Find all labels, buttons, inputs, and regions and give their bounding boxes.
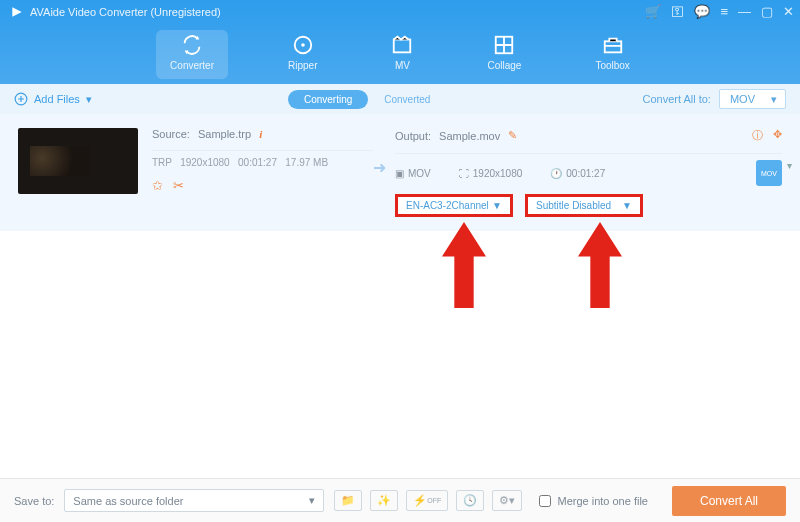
- merge-checkbox[interactable]: Merge into one file: [539, 495, 648, 507]
- chevron-down-icon: ▾: [309, 494, 315, 507]
- app-logo-icon: [10, 5, 24, 19]
- callout-arrow-icon: [442, 222, 486, 308]
- app-window: AVAide Video Converter (Unregistered) 🛒 …: [0, 0, 800, 522]
- clock-icon: 🕐: [550, 168, 562, 179]
- toolbox-icon: [602, 34, 624, 56]
- convert-all-format-select[interactable]: MOV: [719, 89, 786, 109]
- collage-icon: [493, 34, 515, 56]
- feedback-icon[interactable]: 💬: [694, 4, 710, 19]
- merge-label: Merge into one file: [557, 495, 648, 507]
- tab-collage[interactable]: Collage: [473, 30, 535, 79]
- info-icon[interactable]: i: [259, 128, 262, 140]
- titlebar: AVAide Video Converter (Unregistered) 🛒 …: [0, 0, 800, 84]
- svg-rect-4: [604, 41, 621, 52]
- convert-all-button[interactable]: Convert All: [672, 486, 786, 516]
- subbar: Add Files ▾ Converting Converted Convert…: [0, 84, 800, 114]
- mv-icon: [391, 34, 413, 56]
- arrow-divider-icon: ➜: [373, 128, 395, 217]
- tab-mv-label: MV: [395, 60, 410, 71]
- footer: Save to: Same as source folder▾ 📁 ✨ ⚡OFF…: [0, 478, 800, 522]
- tab-mv[interactable]: MV: [377, 30, 427, 79]
- info2-icon[interactable]: ⓘ: [752, 128, 763, 143]
- resolution-icon: ⛶: [459, 168, 469, 179]
- convert-all-to-label: Convert All to:: [642, 93, 710, 105]
- chevron-down-icon: ▾: [86, 93, 92, 106]
- svg-rect-2: [394, 40, 411, 53]
- annotation-arrows: [442, 222, 622, 308]
- saveto-label: Save to:: [14, 495, 54, 507]
- output-format-badge[interactable]: MOV: [756, 160, 782, 186]
- rename-icon[interactable]: ✎: [508, 129, 517, 142]
- key-icon[interactable]: ⚿: [671, 4, 684, 19]
- open-folder-button[interactable]: 📁: [334, 490, 362, 511]
- task-schedule-button[interactable]: 🕓: [456, 490, 484, 511]
- enhance-button[interactable]: ✨: [370, 490, 398, 511]
- hw-accel-button[interactable]: ⚡OFF: [406, 490, 448, 511]
- converter-icon: [181, 34, 203, 56]
- settings-button[interactable]: ⚙▾: [492, 490, 522, 511]
- tab-converter-label: Converter: [170, 60, 214, 71]
- output-column: Output: Sample.mov ✎ ⓘ ✥ ▣MOV ⛶1920x1080…: [395, 128, 782, 217]
- app-title: AVAide Video Converter (Unregistered): [30, 6, 221, 18]
- plus-circle-icon: [14, 92, 28, 106]
- menu-icon[interactable]: ≡: [720, 4, 728, 19]
- tab-toolbox-label: Toolbox: [595, 60, 629, 71]
- add-files-label: Add Files: [34, 93, 80, 105]
- window-controls: 🛒 ⚿ 💬 ≡ — ▢ ✕: [645, 4, 794, 19]
- output-meta: ▣MOV ⛶1920x1080 🕐00:01:27 MOV ▾: [395, 160, 782, 186]
- tab-converter[interactable]: Converter: [156, 30, 228, 79]
- edit-star-icon[interactable]: ✩: [152, 178, 163, 193]
- tab-ripper-label: Ripper: [288, 60, 317, 71]
- tab-toolbox[interactable]: Toolbox: [581, 30, 643, 79]
- compress-icon[interactable]: ✥: [773, 128, 782, 143]
- chevron-down-icon: ▼: [492, 200, 502, 211]
- nav-tabs: Converter Ripper MV Collage Toolbox: [0, 30, 800, 79]
- saveto-select[interactable]: Same as source folder▾: [64, 489, 324, 512]
- output-label: Output:: [395, 130, 431, 142]
- maximize-icon[interactable]: ▢: [761, 4, 773, 19]
- converted-tab[interactable]: Converted: [368, 90, 446, 109]
- close-icon[interactable]: ✕: [783, 4, 794, 19]
- source-column: Source: Sample.trp i TRP 1920x1080 00:01…: [138, 128, 373, 217]
- content-area: Source: Sample.trp i TRP 1920x1080 00:01…: [0, 114, 800, 478]
- source-label: Source:: [152, 128, 190, 140]
- film-icon: ▣: [395, 168, 404, 179]
- file-row: Source: Sample.trp i TRP 1920x1080 00:01…: [0, 114, 800, 231]
- svg-point-1: [301, 43, 305, 47]
- merge-checkbox-input[interactable]: [539, 495, 551, 507]
- audio-track-select[interactable]: EN-AC3-2Channel▼: [395, 194, 513, 217]
- video-thumbnail[interactable]: [18, 128, 138, 194]
- output-filename: Sample.mov: [439, 130, 500, 142]
- cut-icon[interactable]: ✂: [173, 178, 184, 193]
- chevron-down-icon[interactable]: ▾: [787, 160, 792, 171]
- tab-collage-label: Collage: [487, 60, 521, 71]
- tab-ripper[interactable]: Ripper: [274, 30, 331, 79]
- converting-tab[interactable]: Converting: [288, 90, 368, 109]
- chevron-down-icon: ▼: [622, 200, 632, 211]
- subtitle-select[interactable]: Subtitle Disabled▼: [525, 194, 643, 217]
- callout-arrow-icon: [578, 222, 622, 308]
- add-files-button[interactable]: Add Files ▾: [14, 92, 92, 106]
- source-filename: Sample.trp: [198, 128, 251, 140]
- ripper-icon: [292, 34, 314, 56]
- source-meta: TRP 1920x1080 00:01:27 17.97 MB: [152, 157, 373, 168]
- cart-icon[interactable]: 🛒: [645, 4, 661, 19]
- minimize-icon[interactable]: —: [738, 4, 751, 19]
